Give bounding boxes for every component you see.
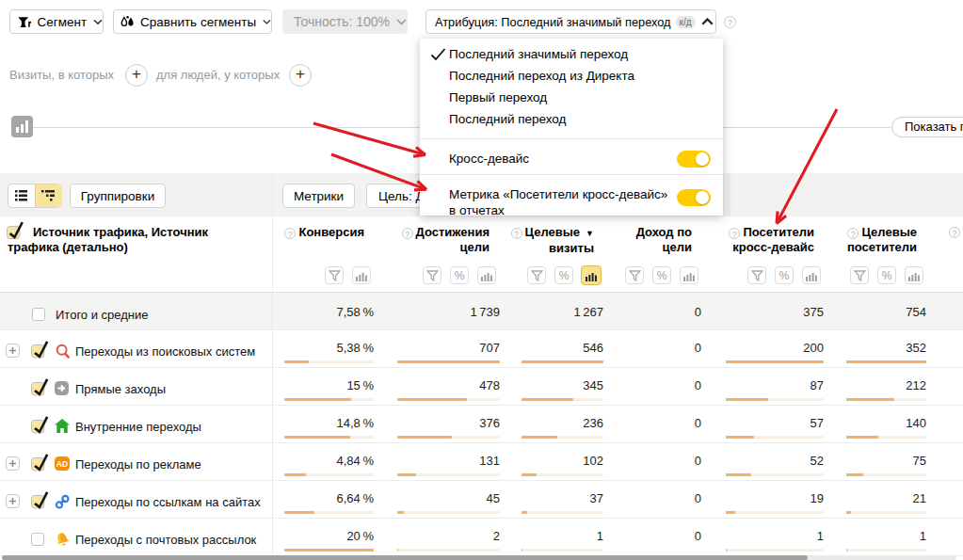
svg-text:AD: AD xyxy=(56,459,68,469)
